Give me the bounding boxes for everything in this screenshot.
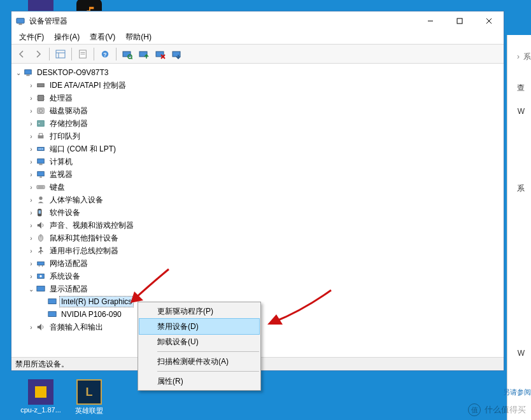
expand-icon[interactable]: › (27, 158, 36, 165)
expand-icon[interactable]: › (27, 209, 36, 216)
expand-icon[interactable]: › (27, 248, 36, 255)
expand-icon[interactable]: › (27, 273, 36, 280)
update-driver-button[interactable] (136, 46, 152, 62)
expand-icon[interactable]: › (27, 197, 36, 204)
expand-icon[interactable]: › (27, 133, 36, 140)
svg-point-38 (40, 148, 41, 150)
disable-button[interactable] (169, 46, 185, 62)
uninstall-button[interactable] (153, 46, 168, 62)
expand-icon[interactable]: › (27, 82, 36, 89)
minimize-button[interactable] (416, 11, 445, 31)
tree-category[interactable]: ›网络适配器 (11, 257, 504, 270)
tree-category[interactable]: ›存储控制器 (11, 117, 504, 130)
expand-icon[interactable]: › (27, 171, 36, 178)
mouse-icon (36, 233, 46, 243)
collapse-icon[interactable]: ⌄ (27, 286, 36, 293)
side-text-4: W (518, 349, 525, 358)
sound-icon (36, 220, 46, 230)
tree-category[interactable]: ›计算机 (11, 155, 504, 168)
svg-rect-32 (38, 121, 45, 127)
separator (157, 371, 259, 372)
svg-rect-22 (25, 70, 32, 74)
side-text-2: W (518, 107, 525, 116)
help-button[interactable]: ? (97, 46, 113, 62)
svg-rect-43 (39, 177, 42, 178)
tree-category[interactable]: ›人体学输入设备 (11, 193, 504, 206)
expand-icon[interactable]: › (27, 95, 36, 102)
display-adapter-icon (47, 309, 57, 319)
svg-rect-41 (39, 164, 42, 165)
svg-point-37 (39, 148, 40, 150)
expand-icon[interactable]: › (27, 260, 36, 267)
titlebar[interactable]: 设备管理器 (11, 11, 504, 31)
software-icon (36, 207, 46, 218)
close-button[interactable] (474, 11, 504, 31)
ctx-properties[interactable]: 属性(R) (139, 374, 259, 389)
window-title: 设备管理器 (29, 16, 416, 27)
tree-category[interactable]: ›声音、视频和游戏控制器 (11, 219, 504, 232)
forward-button[interactable] (31, 46, 46, 62)
svg-rect-40 (38, 159, 45, 164)
ide-icon (36, 80, 46, 90)
display-adapter-icon (47, 297, 57, 307)
menu-help[interactable]: 帮助(H) (120, 31, 157, 44)
expand-icon[interactable]: › (27, 184, 36, 191)
cpu-icon (36, 93, 46, 103)
tree-category[interactable]: ›磁盘驱动器 (11, 104, 504, 117)
breadcrumb[interactable]: › 系 (513, 50, 531, 64)
svg-rect-6 (56, 50, 65, 58)
show-hide-button[interactable] (53, 46, 68, 62)
side-text-3: 系 (517, 183, 525, 194)
expand-icon[interactable]: › (27, 108, 36, 115)
tree-category[interactable]: ›软件设备 (11, 206, 504, 219)
expand-icon[interactable]: › (27, 222, 36, 229)
desktop-icon-cpuz[interactable]: cpu-z_1.87... (18, 379, 64, 414)
watermark-badge-icon: 值 (468, 403, 481, 416)
hid-icon (36, 195, 46, 205)
tree-category-display[interactable]: ⌄ 显示适配器 (11, 283, 504, 295)
toolbar: ? (11, 45, 504, 64)
maximize-button[interactable] (445, 11, 474, 31)
svg-point-33 (39, 123, 40, 124)
ctx-disable-device[interactable]: 禁用设备(D) (139, 319, 259, 334)
menubar: 文件(F) 操作(A) 查看(V) 帮助(H) (11, 31, 504, 45)
keyboard-icon (36, 182, 46, 192)
svg-point-52 (39, 247, 42, 249)
svg-rect-35 (39, 134, 42, 136)
tree-category[interactable]: ›IDE ATA/ATAPI 控制器 (11, 79, 504, 92)
scan-button[interactable] (120, 46, 135, 62)
disk-icon (36, 106, 46, 116)
tree-root[interactable]: ⌄ DESKTOP-O9V87T3 (11, 66, 504, 79)
menu-file[interactable]: 文件(F) (14, 31, 49, 44)
svg-rect-25 (38, 95, 44, 101)
watermark: 值 什么值得买 (468, 403, 526, 416)
expand-icon[interactable]: › (27, 120, 36, 127)
expand-icon[interactable]: › (27, 146, 36, 153)
svg-rect-1 (18, 24, 22, 25)
back-button[interactable] (14, 46, 29, 62)
svg-rect-44 (37, 185, 45, 188)
desktop-icon-lol[interactable]: L 英雄联盟 (66, 379, 112, 416)
properties-button[interactable] (75, 46, 90, 62)
tree-category[interactable]: ›处理器 (11, 92, 504, 104)
tree-category[interactable]: ›通用串行总线控制器 (11, 244, 504, 257)
menu-action[interactable]: 操作(A) (49, 31, 85, 44)
tree-category[interactable]: ›鼠标和其他指针设备 (11, 232, 504, 244)
expand-icon[interactable]: › (27, 235, 36, 242)
storage-icon (36, 118, 46, 129)
svg-rect-14 (123, 52, 131, 57)
chevron-right-icon: › (517, 52, 520, 61)
tree-category[interactable]: ›端口 (COM 和 LPT) (11, 143, 504, 155)
tree-category[interactable]: ›系统设备 (11, 270, 504, 283)
ctx-update-driver[interactable]: 更新驱动程序(P) (139, 304, 259, 319)
tree-category[interactable]: ›打印队列 (11, 130, 504, 143)
expand-icon[interactable]: › (27, 324, 36, 331)
collapse-icon[interactable]: ⌄ (14, 69, 23, 76)
usb-icon (36, 246, 46, 256)
menu-view[interactable]: 查看(V) (85, 31, 120, 44)
side-link[interactable]: 另请参阅 (503, 388, 531, 397)
tree-category[interactable]: ›监视器 (11, 168, 504, 181)
ctx-scan-hardware[interactable]: 扫描检测硬件改动(A) (139, 354, 259, 369)
tree-category[interactable]: ›键盘 (11, 181, 504, 193)
ctx-uninstall-device[interactable]: 卸载设备(U) (139, 334, 259, 349)
